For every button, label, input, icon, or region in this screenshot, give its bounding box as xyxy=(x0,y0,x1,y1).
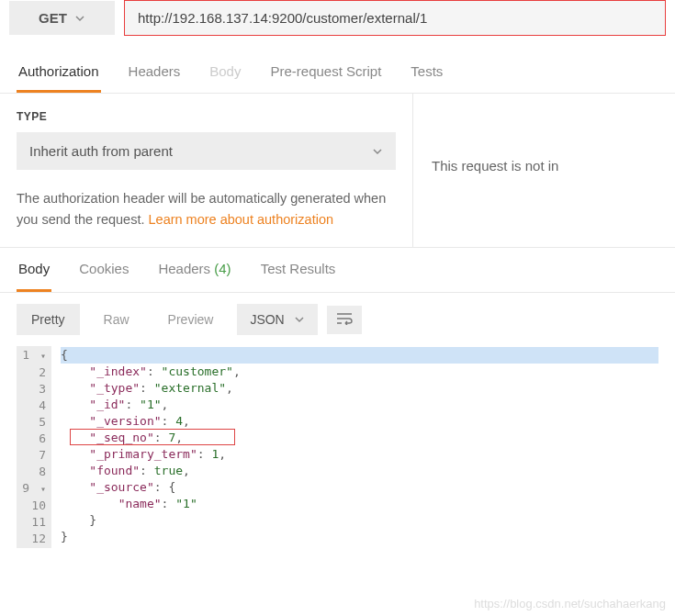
chevron-down-icon xyxy=(294,314,305,325)
view-preview-button[interactable]: Preview xyxy=(153,304,229,335)
request-tabs: Authorization Headers Body Pre-request S… xyxy=(0,52,675,94)
tab-authorization[interactable]: Authorization xyxy=(17,52,101,93)
auth-type-value: Inherit auth from parent xyxy=(29,143,173,159)
auth-description: The authorization header will be automat… xyxy=(17,188,396,230)
tab-tests[interactable]: Tests xyxy=(409,52,444,93)
tab-headers[interactable]: Headers xyxy=(127,52,183,93)
wrap-lines-button[interactable] xyxy=(327,306,362,334)
url-input[interactable] xyxy=(124,0,666,36)
view-pretty-button[interactable]: Pretty xyxy=(17,304,80,335)
wrap-icon xyxy=(336,312,353,325)
request-info-panel: This request is not in xyxy=(413,94,675,247)
response-tab-cookies[interactable]: Cookies xyxy=(77,248,130,292)
response-tab-headers[interactable]: Headers (4) xyxy=(156,248,232,292)
auth-type-select[interactable]: Inherit auth from parent xyxy=(17,132,396,170)
headers-count: (4) xyxy=(214,261,231,276)
auth-learn-more-link[interactable]: Learn more about authorization xyxy=(149,212,334,227)
chevron-down-icon xyxy=(74,13,85,24)
http-method-select[interactable]: GET xyxy=(9,1,115,35)
chevron-down-icon xyxy=(372,146,383,157)
response-tabs: Body Cookies Headers (4) Test Results xyxy=(0,248,675,293)
request-info-text: This request is not in xyxy=(432,158,558,174)
http-method-label: GET xyxy=(39,10,67,26)
response-tab-testresults[interactable]: Test Results xyxy=(259,248,338,292)
tab-body[interactable]: Body xyxy=(208,52,242,93)
auth-type-label: TYPE xyxy=(17,110,396,123)
response-body-editor[interactable]: 1 ▾2 3 4 5 6 7 8 9 ▾10 11 12 { "_index":… xyxy=(0,346,675,557)
code-content: { "_index": "customer", "_type": "extern… xyxy=(51,346,658,548)
language-select[interactable]: JSON xyxy=(237,304,317,335)
line-gutter: 1 ▾2 3 4 5 6 7 8 9 ▾10 11 12 xyxy=(17,346,51,548)
response-tab-body[interactable]: Body xyxy=(17,248,51,292)
auth-panel: TYPE Inherit auth from parent The author… xyxy=(0,94,413,247)
tab-prerequest[interactable]: Pre-request Script xyxy=(268,52,383,93)
response-toolbar: Pretty Raw Preview JSON xyxy=(0,293,675,346)
view-raw-button[interactable]: Raw xyxy=(89,304,144,335)
